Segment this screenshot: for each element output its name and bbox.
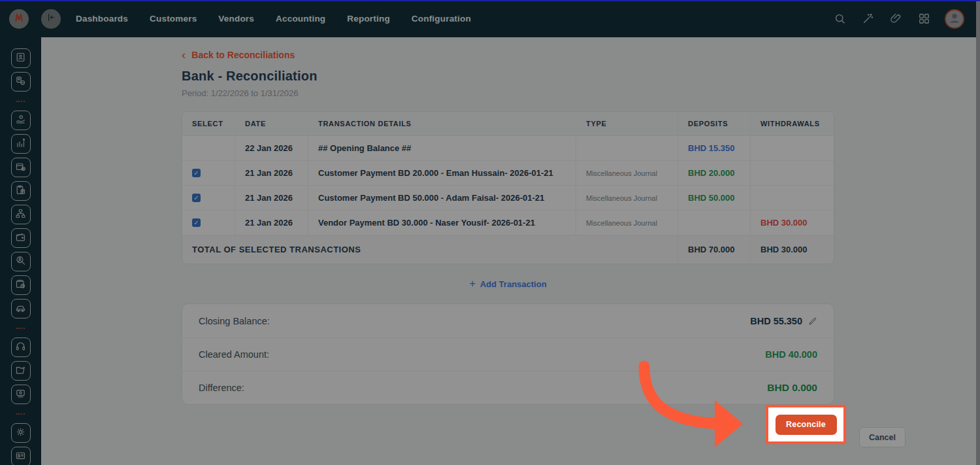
reconcile-button[interactable]: Reconcile [776, 415, 837, 435]
tutorial-highlight-frame: Reconcile [766, 405, 846, 444]
tutorial-dim-overlay [0, 0, 980, 465]
tutorial-arrow [606, 356, 757, 454]
browser-loading-bar [0, 0, 980, 1]
